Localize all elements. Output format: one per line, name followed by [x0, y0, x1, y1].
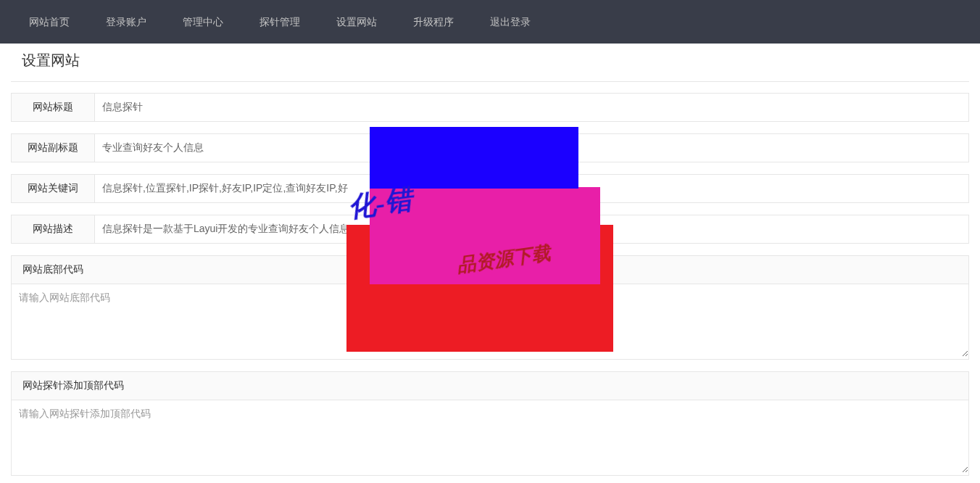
- row-site-keywords: 网站关键词: [11, 174, 969, 203]
- row-site-subtitle: 网站副标题: [11, 133, 969, 162]
- header-probe-top-code: 网站探针添加顶部代码: [11, 371, 969, 400]
- top-navbar: 网站首页 登录账户 管理中心 探针管理 设置网站 升级程序 退出登录: [0, 0, 980, 44]
- wrap-probe-top-code: [11, 400, 969, 476]
- row-site-description: 网站描述: [11, 215, 969, 244]
- nav-upgrade[interactable]: 升级程序: [395, 0, 472, 44]
- input-site-title[interactable]: [95, 94, 968, 121]
- label-site-subtitle: 网站副标题: [12, 134, 95, 162]
- nav-login[interactable]: 登录账户: [88, 0, 165, 44]
- nav-settings[interactable]: 设置网站: [318, 0, 395, 44]
- nav-logout[interactable]: 退出登录: [472, 0, 549, 44]
- label-site-description: 网站描述: [12, 215, 95, 243]
- wrap-footer-code: [11, 284, 969, 360]
- input-site-subtitle[interactable]: [95, 134, 968, 162]
- nav-probe[interactable]: 探针管理: [241, 0, 318, 44]
- nav-admin[interactable]: 管理中心: [165, 0, 241, 44]
- textarea-probe-top-code[interactable]: [12, 400, 968, 473]
- row-site-title: 网站标题: [11, 93, 969, 122]
- label-site-title: 网站标题: [12, 94, 95, 121]
- input-site-keywords[interactable]: [95, 175, 968, 202]
- textarea-footer-code[interactable]: [12, 284, 968, 357]
- header-footer-code: 网站底部代码: [11, 255, 969, 284]
- nav-home[interactable]: 网站首页: [11, 0, 88, 44]
- page-title: 设置网站: [11, 44, 969, 82]
- label-site-keywords: 网站关键词: [12, 175, 95, 202]
- input-site-description[interactable]: [95, 215, 968, 243]
- content-area: 设置网站 网站标题 网站副标题 网站关键词 网站描述 网站底部代码 网站探针添加…: [0, 44, 980, 476]
